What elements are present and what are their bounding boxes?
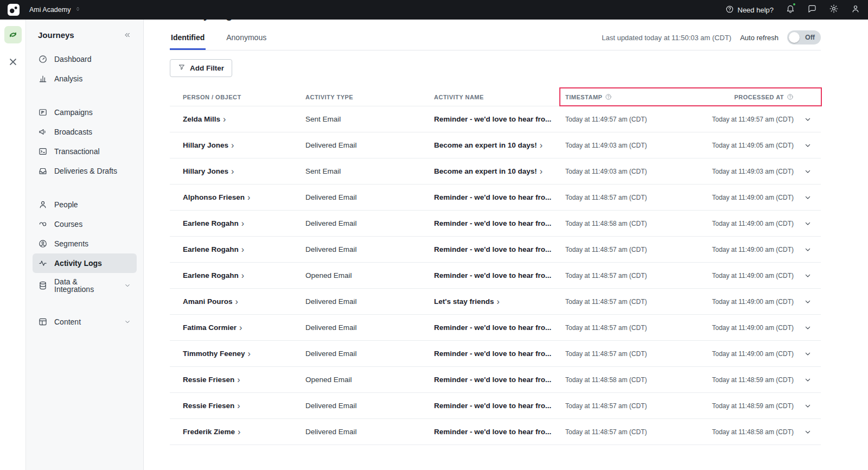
- activity-name-link[interactable]: Reminder - we'd love to hear fro...›: [421, 323, 552, 332]
- sidebar-item-transactional[interactable]: Transactional: [33, 142, 137, 161]
- person-link[interactable]: Zelda Mills›: [170, 115, 292, 124]
- sidebar: Journeys DashboardAnalysisCampaignsBroad…: [26, 20, 144, 470]
- content-icon: [38, 317, 48, 327]
- person-link[interactable]: Hillary Jones›: [170, 167, 292, 176]
- chevron-right-icon: ›: [237, 402, 240, 410]
- activity-name-link[interactable]: Reminder - we'd love to hear fro...›: [421, 271, 552, 280]
- activity-name-link[interactable]: Become an expert in 10 days!›: [421, 167, 552, 176]
- processed-at: Today at 11:49:00 am (CDT): [700, 324, 795, 332]
- activity-name-link[interactable]: Become an expert in 10 days!›: [421, 141, 552, 150]
- person-link[interactable]: Earlene Rogahn›: [170, 245, 292, 254]
- activity-type: Opened Email: [292, 271, 421, 280]
- timestamp: Today at 11:48:57 am (CDT): [552, 324, 700, 332]
- sidebar-item-people[interactable]: People: [33, 195, 137, 214]
- sidebar-group: Content: [33, 312, 137, 332]
- help-circle-icon[interactable]: [787, 93, 794, 100]
- person-link[interactable]: Hillary Jones›: [170, 141, 292, 150]
- collapse-sidebar-button[interactable]: [123, 31, 131, 39]
- account-user-icon[interactable]: [851, 4, 860, 16]
- person-link[interactable]: Ressie Friesen›: [170, 376, 292, 384]
- person-link[interactable]: Earlene Rogahn›: [170, 271, 292, 280]
- expand-row-button[interactable]: [795, 350, 821, 358]
- activity-name-link[interactable]: Reminder - we'd love to hear fro...›: [421, 245, 552, 253]
- sidebar-item-courses[interactable]: Courses: [33, 214, 137, 234]
- table-row: Frederik Zieme›Delivered EmailReminder -…: [170, 419, 821, 445]
- timestamp: Today at 11:48:57 am (CDT): [552, 298, 700, 306]
- customerio-logo-icon[interactable]: [8, 4, 20, 16]
- need-help-button[interactable]: Need help?: [725, 5, 774, 15]
- chat-bubble-icon[interactable]: [807, 4, 817, 16]
- activity-name-link[interactable]: Reminder - we'd love to hear fro...›: [421, 219, 552, 227]
- expand-row-button[interactable]: [795, 297, 821, 306]
- activity-name-link[interactable]: Reminder - we'd love to hear fro...›: [421, 193, 552, 201]
- column-header-activity-type[interactable]: ACTIVITY TYPE: [292, 94, 421, 100]
- processed-at: Today at 11:49:03 am (CDT): [700, 168, 795, 175]
- expand-row-button[interactable]: [795, 323, 821, 332]
- sidebar-item-dashboard[interactable]: Dashboard: [33, 49, 137, 69]
- last-updated-text: Last updated today at 11:50:03 am (CDT): [602, 34, 731, 42]
- add-filter-button[interactable]: Add Filter: [170, 59, 232, 77]
- sidebar-item-activity-logs[interactable]: Activity Logs: [33, 253, 137, 273]
- sidebar-group: DashboardAnalysis: [33, 49, 137, 88]
- sidebar-item-label: Analysis: [54, 75, 82, 82]
- activity-name-link[interactable]: Reminder - we'd love to hear fro...›: [421, 402, 552, 410]
- processed-at: Today at 11:48:58 am (CDT): [700, 428, 795, 436]
- main-content: Activity Logs Identified Anonymous Last …: [144, 0, 868, 445]
- activity-name-link[interactable]: Reminder - we'd love to hear fro...›: [421, 350, 552, 358]
- column-header-activity-name[interactable]: ACTIVITY NAME: [421, 94, 552, 100]
- chevron-right-icon: ›: [237, 376, 240, 384]
- journeys-app-icon[interactable]: [4, 26, 22, 43]
- expand-row-button[interactable]: [795, 141, 821, 150]
- activity-icon: [38, 258, 48, 268]
- person-link[interactable]: Amani Pouros›: [170, 297, 292, 306]
- sidebar-item-deliveries-drafts[interactable]: Deliveries & Drafts: [33, 161, 137, 181]
- activity-name-link[interactable]: Reminder - we'd love to hear fro...›: [421, 376, 552, 384]
- sidebar-item-label: Broadcasts: [54, 128, 92, 136]
- person-link[interactable]: Earlene Rogahn›: [170, 219, 292, 228]
- workspace-switcher[interactable]: Ami Academy: [29, 5, 81, 14]
- activity-name-link[interactable]: Reminder - we'd love to hear fro...›: [421, 115, 552, 123]
- sidebar-item-broadcasts[interactable]: Broadcasts: [33, 122, 137, 142]
- tab-anonymous[interactable]: Anonymous: [225, 30, 267, 50]
- expand-row-button[interactable]: [795, 193, 821, 202]
- sidebar-group: CampaignsBroadcastsTransactionalDeliveri…: [33, 103, 137, 181]
- expand-row-button[interactable]: [795, 271, 821, 280]
- chevron-right-icon: ›: [540, 141, 542, 150]
- sidebar-item-analysis[interactable]: Analysis: [33, 69, 137, 88]
- expand-row-button[interactable]: [795, 219, 821, 228]
- sort-chevrons-icon: [74, 5, 81, 14]
- expand-row-button[interactable]: [795, 376, 821, 384]
- column-header-timestamp[interactable]: TIMESTAMP: [552, 93, 700, 100]
- person-link[interactable]: Frederik Zieme›: [170, 428, 292, 436]
- notifications-bell-icon[interactable]: [786, 4, 795, 16]
- sidebar-item-data-integrations[interactable]: Data & Integrations: [33, 273, 137, 298]
- expand-row-button[interactable]: [795, 167, 821, 176]
- person-link[interactable]: Timmothy Feeney›: [170, 350, 292, 358]
- person-link[interactable]: Alphonso Friesen›: [170, 193, 292, 202]
- expand-row-button[interactable]: [795, 115, 821, 124]
- add-filter-label: Add Filter: [190, 64, 224, 72]
- column-header-person[interactable]: PERSON / OBJECT: [170, 94, 292, 100]
- activity-name-link[interactable]: Let's stay friends›: [421, 297, 552, 306]
- sidebar-item-campaigns[interactable]: Campaigns: [33, 103, 137, 122]
- expand-row-button[interactable]: [795, 402, 821, 410]
- chevron-right-icon: ›: [223, 115, 226, 124]
- table-row: Timmothy Feeney›Delivered EmailReminder …: [170, 341, 821, 367]
- expand-row-button[interactable]: [795, 428, 821, 436]
- column-header-processed-at[interactable]: PROCESSED AT: [700, 93, 795, 100]
- settings-gear-icon[interactable]: [829, 4, 839, 16]
- help-circle-icon[interactable]: [605, 93, 612, 100]
- person-link[interactable]: Fatima Cormier›: [170, 323, 292, 332]
- expand-row-button[interactable]: [795, 245, 821, 254]
- person-link[interactable]: Ressie Friesen›: [170, 402, 292, 410]
- sidebar-nav: DashboardAnalysisCampaignsBroadcastsTran…: [33, 49, 137, 332]
- activity-name-link[interactable]: Reminder - we'd love to hear fro...›: [421, 428, 552, 436]
- x-app-icon[interactable]: [4, 53, 22, 71]
- sidebar-item-segments[interactable]: Segments: [33, 234, 137, 253]
- tab-identified[interactable]: Identified: [170, 30, 206, 50]
- sidebar-item-content[interactable]: Content: [33, 312, 137, 332]
- auto-refresh-toggle[interactable]: Off: [787, 30, 821, 45]
- chevron-right-icon: ›: [247, 193, 250, 202]
- table-row: Alphonso Friesen›Delivered EmailReminder…: [170, 185, 821, 211]
- workspace-name: Ami Academy: [29, 6, 71, 14]
